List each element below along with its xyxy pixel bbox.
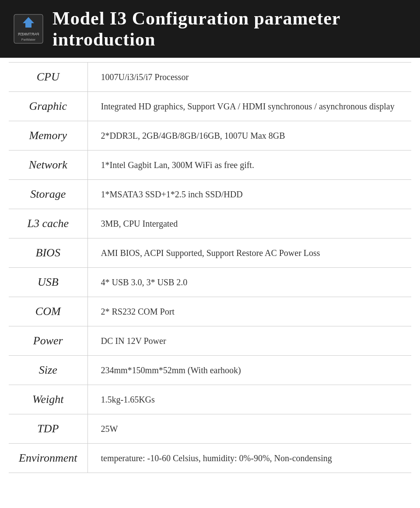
- page-header: PARTMКER PartMaker Model I3 Configuratio…: [0, 0, 420, 58]
- svg-text:PartMaker: PartMaker: [21, 38, 36, 41]
- page-title: Model I3 Configuration parameter introdu…: [52, 8, 407, 50]
- spec-value: 2*DDR3L, 2GB/4GB/8GB/16GB, 1007U Max 8GB: [88, 121, 411, 151]
- spec-label: Memory: [9, 121, 88, 151]
- table-row: Environmenttemperature: -10-60 Celsius, …: [9, 444, 411, 473]
- spec-value: 1.5kg-1.65KGs: [88, 385, 411, 414]
- table-row: BIOSAMI BIOS, ACPI Supported, Support Re…: [9, 238, 411, 268]
- table-row: TDP25W: [9, 414, 411, 444]
- spec-value: 4* USB 3.0, 3* USB 2.0: [88, 268, 411, 297]
- table-row: GraphicIntegrated HD graphics, Support V…: [9, 92, 411, 121]
- spec-label: USB: [9, 268, 88, 297]
- spec-value: DC IN 12V Power: [88, 326, 411, 356]
- specs-table: CPU1007U/i3/i5/i7 ProcessorGraphicIntegr…: [9, 62, 411, 473]
- spec-label: Graphic: [9, 92, 88, 121]
- table-row: PowerDC IN 12V Power: [9, 326, 411, 356]
- table-row: Network1*Intel Gagbit Lan, 300M WiFi as …: [9, 151, 411, 180]
- table-row: L3 cache3MB, CPU Intergated: [9, 209, 411, 238]
- logo: PARTMКER PartMaker: [13, 14, 44, 44]
- spec-value: 2* RS232 COM Port: [88, 297, 411, 326]
- spec-label: CPU: [9, 63, 88, 92]
- spec-value: AMI BIOS, ACPI Supported, Support Restor…: [88, 238, 411, 268]
- spec-label: TDP: [9, 414, 88, 444]
- spec-label: Network: [9, 151, 88, 180]
- specs-table-container: CPU1007U/i3/i5/i7 ProcessorGraphicIntegr…: [0, 58, 420, 477]
- spec-label: BIOS: [9, 238, 88, 268]
- spec-label: Environment: [9, 444, 88, 473]
- spec-value: 234mm*150mm*52mm (With earhook): [88, 356, 411, 385]
- spec-label: Power: [9, 326, 88, 356]
- spec-label: Weight: [9, 385, 88, 414]
- table-row: COM2* RS232 COM Port: [9, 297, 411, 326]
- svg-text:PARTMКER: PARTMКER: [18, 32, 39, 36]
- spec-value: 3MB, CPU Intergated: [88, 209, 411, 238]
- spec-label: Storage: [9, 180, 88, 209]
- spec-value: 25W: [88, 414, 411, 444]
- spec-value: 1007U/i3/i5/i7 Processor: [88, 63, 411, 92]
- spec-label: Size: [9, 356, 88, 385]
- spec-value: Integrated HD graphics, Support VGA / HD…: [88, 92, 411, 121]
- table-row: Memory2*DDR3L, 2GB/4GB/8GB/16GB, 1007U M…: [9, 121, 411, 151]
- table-row: Size234mm*150mm*52mm (With earhook): [9, 356, 411, 385]
- table-row: CPU1007U/i3/i5/i7 Processor: [9, 63, 411, 92]
- spec-value: 1*Intel Gagbit Lan, 300M WiFi as free gi…: [88, 151, 411, 180]
- table-row: USB4* USB 3.0, 3* USB 2.0: [9, 268, 411, 297]
- spec-label: L3 cache: [9, 209, 88, 238]
- table-row: Storage1*MSATA3 SSD+1*2.5 inch SSD/HDD: [9, 180, 411, 209]
- table-row: Weight1.5kg-1.65KGs: [9, 385, 411, 414]
- spec-value: temperature: -10-60 Celsius, humidity: 0…: [88, 444, 411, 473]
- spec-label: COM: [9, 297, 88, 326]
- spec-value: 1*MSATA3 SSD+1*2.5 inch SSD/HDD: [88, 180, 411, 209]
